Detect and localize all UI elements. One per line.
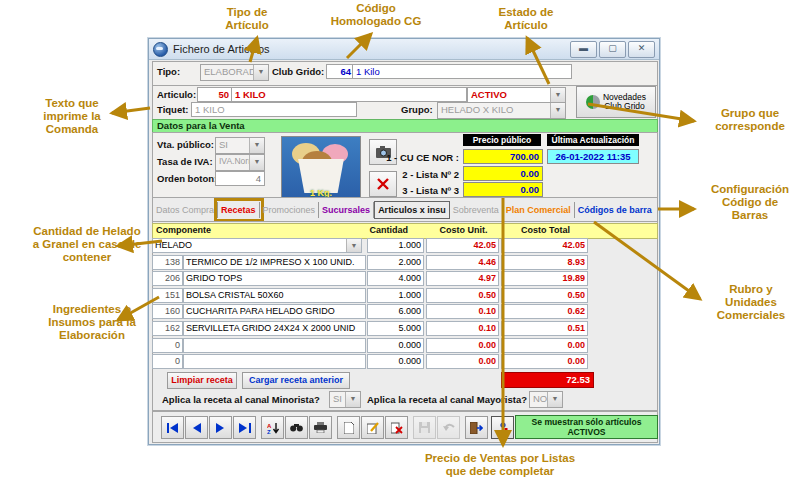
undo-icon: [443, 423, 455, 433]
total-cost-field: 19.89: [501, 271, 588, 286]
component-code-field[interactable]: 162: [152, 321, 183, 336]
club-grido-code-field[interactable]: 64: [326, 64, 355, 79]
chevron-down-icon[interactable]: ▼: [253, 65, 268, 80]
component-code-field[interactable]: 0: [152, 354, 183, 369]
total-cost-field: 42.05: [501, 238, 588, 253]
mayorista-label: Aplica la receta al canal Mayorista?: [367, 394, 527, 405]
cargar-receta-button[interactable]: Cargar receta anterior: [242, 372, 350, 389]
tab-promociones[interactable]: Promociones: [260, 202, 320, 218]
user-filter-icon: [498, 422, 508, 434]
new-record-button[interactable]: [337, 416, 360, 439]
price-row-value[interactable]: 0.00: [463, 166, 543, 181]
quantity-field[interactable]: 5.000: [367, 321, 424, 336]
save-button[interactable]: [413, 416, 436, 439]
exit-door-icon: [470, 422, 483, 434]
chevron-down-icon[interactable]: ▼: [547, 392, 562, 407]
chevron-down-icon[interactable]: ▼: [249, 155, 264, 170]
tiquet-field[interactable]: 1 KILO: [191, 102, 357, 117]
tab-datos-compra[interactable]: Datos Compra: [153, 202, 218, 218]
undo-button[interactable]: [437, 416, 460, 439]
chevron-down-icon[interactable]: ▼: [249, 138, 264, 153]
component-name-field[interactable]: TERMICO DE 1/2 IMPRESO X 100 UNID.: [183, 255, 366, 270]
component-code-field[interactable]: 160: [152, 304, 183, 319]
tab-recetas[interactable]: Recetas: [218, 202, 260, 218]
tasa-iva-select[interactable]: IVA.Normal▼: [215, 154, 265, 171]
status-message: Se muestran sólo artículos ACTIVOS: [515, 415, 658, 439]
last-record-button[interactable]: [233, 416, 256, 439]
component-select[interactable]: HELADO▼: [152, 238, 362, 253]
annotation-codigo: Código Homologado CG: [310, 2, 442, 28]
quantity-field[interactable]: 0.000: [367, 354, 424, 369]
precio-publico-header: Precio público: [463, 134, 541, 146]
first-record-button[interactable]: [161, 416, 184, 439]
grupo-select[interactable]: HELADO X KILO▼: [437, 102, 566, 119]
unit-cost-field: 4.97: [426, 271, 499, 286]
articulo-name-field[interactable]: 1 KILO: [231, 87, 467, 102]
titlebar[interactable]: Fichero de Articulos ▬ ▢ ✕: [149, 39, 659, 60]
print-button[interactable]: [309, 416, 332, 439]
price-row-label: 3 - Lista Nº 3: [349, 185, 459, 196]
minimize-button[interactable]: ▬: [570, 41, 597, 58]
component-code-field[interactable]: 206: [152, 271, 183, 286]
first-record-icon: [167, 423, 179, 433]
filter-active-button[interactable]: [491, 416, 514, 439]
tiquet-label: Tiquet:: [157, 104, 189, 115]
sort-button[interactable]: AZ: [261, 416, 284, 439]
tasa-iva-value: IVA.Normal: [216, 155, 249, 170]
total-cost-field: 0.62: [501, 304, 588, 319]
component-name-field[interactable]: SERVILLETA GRIDO 24X24 X 2000 UNID: [183, 321, 366, 336]
minorista-select[interactable]: SI▼: [329, 391, 361, 408]
maximize-button[interactable]: ▢: [599, 41, 626, 58]
orden-boton-field[interactable]: 4: [215, 171, 265, 186]
close-button[interactable]: ✕: [628, 41, 655, 58]
quantity-field[interactable]: 2.000: [367, 255, 424, 270]
annotation-precios: Precio de Ventas por Listas que debe com…: [375, 452, 625, 478]
orden-boton-label: Orden boton:: [157, 173, 217, 184]
edit-document-icon: [367, 422, 379, 434]
tab-plan-comercial[interactable]: Plan Comercial: [503, 202, 575, 218]
edit-record-button[interactable]: [361, 416, 384, 439]
component-code-field[interactable]: 151: [152, 288, 183, 303]
novedades-club-grido-button[interactable]: Novedades Club Grido: [576, 86, 656, 118]
tab-sucursales[interactable]: Sucursales: [319, 202, 374, 218]
sort-icon: AZ: [267, 422, 279, 434]
quantity-field[interactable]: 1.000: [367, 238, 424, 253]
venta-section-header: Datos para la Venta: [152, 119, 658, 133]
price-row-value[interactable]: 700.00: [463, 149, 543, 164]
minorista-label: Aplica la receta al canal Minorista?: [162, 394, 320, 405]
component-name-field[interactable]: BOLSA CRISTAL 50X60: [183, 288, 366, 303]
component-name-field[interactable]: [183, 338, 366, 353]
articulo-code-field[interactable]: 50: [197, 87, 233, 102]
limpiar-receta-button[interactable]: Limpiar receta: [167, 372, 237, 389]
component-code-field[interactable]: 0: [152, 338, 183, 353]
component-name-field[interactable]: GRIDO TOPS: [183, 271, 366, 286]
chevron-down-icon[interactable]: ▼: [345, 392, 360, 407]
tab-articulos-x-insu[interactable]: Articulos x insu: [374, 201, 450, 219]
component-name-field[interactable]: CUCHARITA PARA HELADO GRIDO: [183, 304, 366, 319]
component-code-field[interactable]: 138: [152, 255, 183, 270]
previous-record-button[interactable]: [185, 416, 208, 439]
vta-publico-select[interactable]: SI▼: [215, 137, 265, 154]
tab-c-digos-de-barra[interactable]: Códigos de barra: [575, 202, 655, 218]
club-grido-name-field[interactable]: 1 Kilo: [352, 64, 572, 79]
tab-sobreventa[interactable]: Sobreventa: [450, 202, 503, 218]
tipo-select[interactable]: ELABORADO▼: [200, 64, 269, 81]
exit-button[interactable]: [465, 416, 488, 439]
grupo-value: HELADO X KILO: [438, 103, 550, 118]
recipe-table-header: Componente Cantidad Costo Unit. Costo To…: [152, 223, 658, 239]
chevron-down-icon[interactable]: ▼: [550, 88, 565, 103]
quantity-field[interactable]: 4.000: [367, 271, 424, 286]
mayorista-select[interactable]: NO▼: [529, 391, 563, 408]
chevron-down-icon[interactable]: ▼: [346, 239, 361, 252]
next-record-icon: [216, 423, 225, 433]
chevron-down-icon[interactable]: ▼: [550, 103, 565, 118]
quantity-field[interactable]: 6.000: [367, 304, 424, 319]
quantity-field[interactable]: 1.000: [367, 288, 424, 303]
col-componente: Componente: [156, 225, 211, 235]
delete-record-button[interactable]: [385, 416, 408, 439]
price-row-value[interactable]: 0.00: [463, 182, 543, 197]
quantity-field[interactable]: 0.000: [367, 338, 424, 353]
next-record-button[interactable]: [209, 416, 232, 439]
component-name-field[interactable]: [183, 354, 366, 369]
search-button[interactable]: [285, 416, 308, 439]
